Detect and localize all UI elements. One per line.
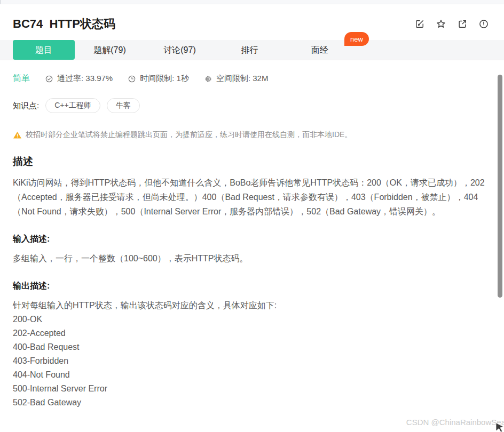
chip-icon xyxy=(204,75,212,83)
header: BC74 HTTP状态码 xyxy=(0,4,504,40)
output-line: 500-Internal Server Error xyxy=(13,382,485,396)
memory-limit: 空间限制: 32M xyxy=(204,74,269,84)
warning-icon xyxy=(13,131,22,140)
knowledge-label: 知识点: xyxy=(13,101,39,111)
output-line: 404-Not Found xyxy=(13,368,485,382)
mouse-cursor xyxy=(495,422,504,432)
new-badge: new xyxy=(344,32,369,46)
edit-icon[interactable] xyxy=(414,19,425,29)
notice-text: 校招时部分企业笔试将禁止编程题跳出页面，为提前适应，练习时请使用在线自测，而非本… xyxy=(26,130,352,140)
tag-cpp-engineer[interactable]: C++工程师 xyxy=(45,98,100,113)
knowledge-row: 知识点: C++工程师 牛客 xyxy=(13,98,485,113)
description-body: KiKi访问网站，得到HTTP状态码，但他不知道什么含义，BoBo老师告诉他常见… xyxy=(13,175,485,219)
notice-row: 校招时部分企业笔试将禁止编程题跳出页面，为提前适应，练习时请使用在线自测，而非本… xyxy=(13,130,485,140)
tab-ranking[interactable]: 排行 xyxy=(215,40,285,60)
page-title: BC74 HTTP状态码 xyxy=(13,16,115,32)
share-icon[interactable] xyxy=(457,19,468,29)
description-heading: 描述 xyxy=(13,155,485,169)
problem-content: 简单 通过率: 33.97% 时间限制: 1秒 空间限制: 32M 知识 xyxy=(0,73,504,410)
output-body: 针对每组输入的HTTP状态，输出该状态码对应的含义，具体对应如下: 200-OK… xyxy=(13,299,485,410)
watermark: CSDN @ChinaRainbowSea xyxy=(406,418,504,427)
output-line: 200-OK xyxy=(13,313,485,326)
meta-row: 简单 通过率: 33.97% 时间限制: 1秒 空间限制: 32M xyxy=(13,73,485,84)
tab-solutions[interactable]: 题解(79) xyxy=(75,40,145,60)
top-strip xyxy=(0,0,504,4)
time-limit-text: 时间限制: 1秒 xyxy=(140,74,189,84)
output-line: 403-Forbidden xyxy=(13,354,485,368)
memory-limit-text: 空间限制: 32M xyxy=(216,74,269,84)
report-icon[interactable] xyxy=(478,19,489,29)
output-heading: 输出描述: xyxy=(13,281,485,292)
star-icon[interactable] xyxy=(436,19,446,29)
difficulty-label: 简单 xyxy=(13,73,30,84)
time-limit: 时间限制: 1秒 xyxy=(128,74,189,84)
output-line: 202-Accepted xyxy=(13,326,485,340)
header-actions xyxy=(414,19,489,29)
tab-discussion[interactable]: 讨论(97) xyxy=(145,40,215,60)
output-line: 400-Bad Request xyxy=(13,340,485,354)
tabbar: 题目 题解(79) 讨论(97) 排行 面经 new xyxy=(0,40,504,60)
output-line: 针对每组输入的HTTP状态，输出该状态码对应的含义，具体对应如下: xyxy=(13,299,485,313)
scrollbar-thumb[interactable] xyxy=(498,75,502,298)
input-body: 多组输入，一行，一个整数（100~600），表示HTTP状态码。 xyxy=(13,252,485,266)
input-heading: 输入描述: xyxy=(13,234,485,245)
check-circle-icon xyxy=(45,75,53,83)
output-line: 502-Bad Gateway xyxy=(13,396,485,410)
pass-rate-text: 通过率: 33.97% xyxy=(57,74,113,84)
pass-rate: 通过率: 33.97% xyxy=(45,74,113,84)
tag-nowcoder[interactable]: 牛客 xyxy=(107,98,140,113)
tab-problem[interactable]: 题目 xyxy=(13,40,75,60)
clock-icon xyxy=(128,75,136,83)
